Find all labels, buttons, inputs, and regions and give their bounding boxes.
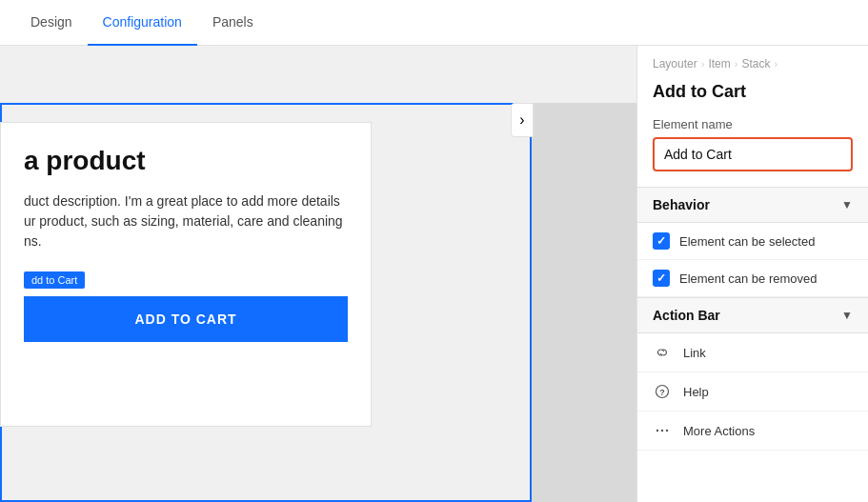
link-icon <box>653 343 672 362</box>
behavior-title: Behavior <box>653 197 710 212</box>
behavior-section-header[interactable]: Behavior ▼ <box>637 187 868 223</box>
main-area: › a product duct description. I'm a grea… <box>0 46 868 502</box>
action-bar-more[interactable]: More Actions <box>637 412 868 451</box>
checkbox-removed-label: Element can be removed <box>679 271 818 286</box>
checkmark-icon: ✓ <box>656 234 666 248</box>
help-label: Help <box>683 385 709 399</box>
action-bar-chevron-icon: ▼ <box>841 309 853 322</box>
checkbox-row-removed: ✓ Element can be removed <box>637 260 868 297</box>
breadcrumb-item[interactable]: Item <box>708 57 730 70</box>
checkmark-icon-2: ✓ <box>656 271 666 285</box>
action-bar-help[interactable]: ? Help <box>637 372 868 412</box>
action-bar-title: Action Bar <box>653 308 720 323</box>
config-panel: Layouter › Item › Stack › Add to Cart El… <box>636 46 868 502</box>
add-to-cart-tag: dd to Cart <box>24 271 85 289</box>
chevron-right-icon: › <box>519 111 524 129</box>
preview-inner: › a product duct description. I'm a grea… <box>0 46 636 502</box>
breadcrumb-sep-1: › <box>701 58 705 70</box>
svg-point-3 <box>661 430 663 432</box>
action-bar-items: Link ? Help <box>637 333 868 451</box>
breadcrumb-stack[interactable]: Stack <box>741 57 770 70</box>
element-name-input[interactable] <box>653 137 853 171</box>
product-card: a product duct description. I'm a great … <box>0 122 372 427</box>
product-title: a product <box>24 146 348 176</box>
checkbox-selected-label: Element can be selected <box>679 234 815 249</box>
breadcrumb-sep-2: › <box>735 58 738 70</box>
action-bar-link[interactable]: Link <box>637 333 868 372</box>
more-actions-icon <box>653 421 672 440</box>
more-actions-label: More Actions <box>683 424 755 438</box>
element-name-label: Element name <box>637 117 868 137</box>
svg-point-2 <box>656 430 658 432</box>
tab-bar: Design Configuration Panels <box>0 0 868 46</box>
breadcrumb-layouter[interactable]: Layouter <box>653 57 697 70</box>
product-description: duct description. I'm a great place to a… <box>24 191 348 251</box>
breadcrumb: Layouter › Item › Stack › <box>637 46 868 78</box>
collapse-button[interactable]: › <box>511 103 534 137</box>
preview-panel: › a product duct description. I'm a grea… <box>0 46 636 502</box>
tab-design[interactable]: Design <box>15 0 88 46</box>
tab-panels[interactable]: Panels <box>197 0 269 46</box>
add-to-cart-button[interactable]: ADD TO CART <box>24 296 348 342</box>
breadcrumb-sep-3: › <box>774 58 777 70</box>
checkbox-row-selected: ✓ Element can be selected <box>637 223 868 260</box>
tab-configuration[interactable]: Configuration <box>88 0 197 46</box>
svg-point-4 <box>666 430 668 432</box>
help-icon: ? <box>653 382 672 401</box>
link-label: Link <box>683 346 706 360</box>
checkbox-selected[interactable]: ✓ <box>653 232 670 250</box>
checkbox-removed[interactable]: ✓ <box>653 270 670 287</box>
action-bar-section-header[interactable]: Action Bar ▼ <box>637 297 868 333</box>
behavior-chevron-icon: ▼ <box>841 198 853 211</box>
preview-right-gray <box>532 103 636 502</box>
config-title: Add to Cart <box>637 78 868 117</box>
svg-text:?: ? <box>659 388 665 397</box>
